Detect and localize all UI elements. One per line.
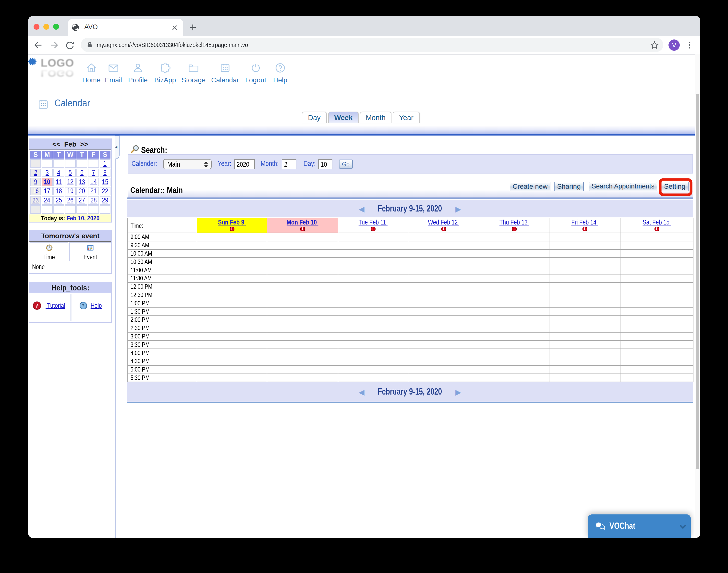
svg-text:?: ? (82, 303, 85, 308)
